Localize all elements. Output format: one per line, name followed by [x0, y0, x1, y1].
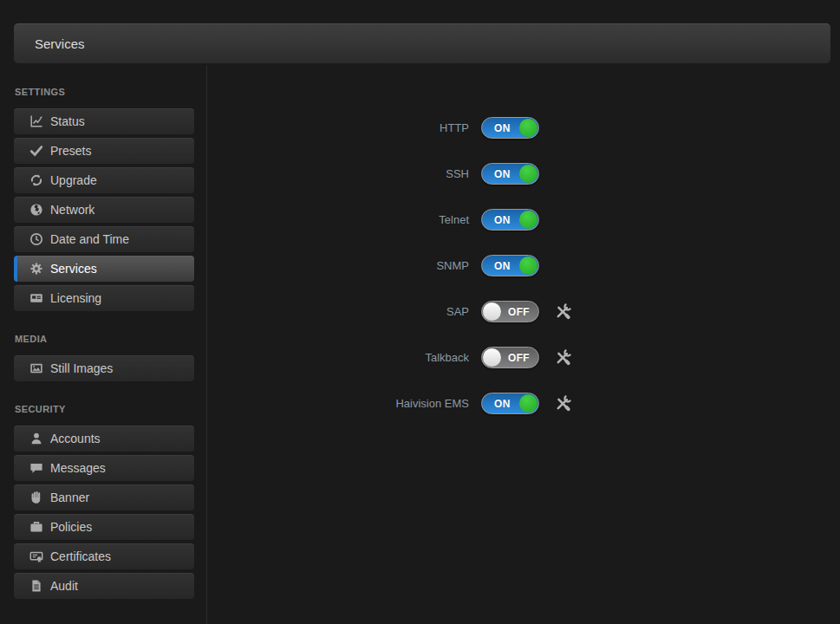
sync-icon [29, 173, 43, 187]
service-row-http: HTTP ON [207, 105, 840, 151]
toggle-state-label: ON [494, 122, 511, 134]
sidebar-item-upgrade[interactable]: Upgrade [14, 167, 194, 193]
service-label: Haivision EMS [207, 397, 469, 410]
sidebar-item-label: Certificates [50, 549, 111, 563]
toggle-ssh[interactable]: ON [481, 163, 539, 185]
sidebar-item-label: Presets [50, 144, 91, 158]
sidebar-section-items: Still Images [14, 355, 194, 381]
sidebar-section-label: SECURITY [15, 404, 194, 415]
toggle-knob-icon [519, 257, 537, 275]
service-row-snmp: SNMP ON [207, 243, 840, 289]
service-label: HTTP [207, 121, 469, 134]
service-label: SNMP [207, 259, 469, 272]
sidebar-item-policies[interactable]: Policies [14, 514, 194, 540]
sidebar-item-label: Licensing [50, 291, 101, 305]
sidebar-item-label: Audit [50, 579, 78, 593]
toggle-snmp[interactable]: ON [481, 255, 539, 276]
sidebar-item-banner[interactable]: Banner [14, 484, 194, 510]
services-panel: HTTP ON SSH ON Telnet ON SNMP ON SAP [207, 65, 840, 624]
sidebar-item-label: Date and Time [50, 232, 129, 246]
sidebar-item-certificates[interactable]: Certificates [14, 543, 194, 569]
service-label: Talkback [207, 351, 469, 364]
toggle-knob-icon [483, 348, 501, 367]
page-title-bar: Services [14, 23, 830, 63]
toggle-haivision-ems[interactable]: ON [481, 393, 539, 414]
person-icon [29, 432, 43, 445]
sidebar-item-label: Network [50, 203, 94, 217]
clock-icon [29, 232, 43, 246]
tools-icon[interactable] [554, 394, 572, 413]
sidebar-item-status[interactable]: Status [14, 108, 194, 134]
page-title: Services [35, 36, 85, 51]
sidebar-item-label: Services [50, 262, 97, 276]
toggle-state-label: OFF [508, 306, 530, 318]
document-icon [29, 579, 43, 593]
toggle-knob-icon [519, 211, 537, 229]
toggle-state-label: ON [494, 260, 511, 272]
sidebar-section-items: Accounts Messages Banner Policies Certif… [14, 426, 194, 599]
toggle-telnet[interactable]: ON [481, 209, 539, 231]
check-icon [29, 144, 43, 158]
sidebar-item-label: Banner [50, 491, 89, 504]
image-icon [29, 361, 43, 375]
sidebar-item-audit[interactable]: Audit [14, 573, 194, 599]
sidebar-item-label: Messages [50, 461, 106, 475]
sidebar-item-label: Upgrade [50, 173, 97, 187]
toggle-knob-icon [519, 165, 537, 183]
sidebar: SETTINGS Status Presets Upgrade Network … [0, 65, 207, 624]
sidebar-section-label: MEDIA [15, 334, 194, 345]
toggle-knob-icon [519, 119, 537, 137]
certificate-icon [29, 549, 43, 563]
chart-icon [29, 114, 43, 128]
toggle-http[interactable]: ON [481, 117, 539, 139]
toggle-knob-icon [519, 394, 537, 413]
sidebar-section-settings: SETTINGS Status Presets Upgrade Network … [14, 87, 194, 311]
sidebar-item-label: Still Images [50, 361, 113, 375]
sidebar-item-label: Policies [50, 520, 92, 534]
license-card-icon [29, 291, 43, 305]
tools-icon[interactable] [554, 302, 572, 321]
service-row-telnet: Telnet ON [207, 197, 840, 243]
sidebar-section-items: Status Presets Upgrade Network Date and … [14, 108, 194, 311]
globe-icon [29, 203, 43, 217]
sidebar-item-label: Accounts [50, 432, 101, 445]
service-row-sap: SAP OFF [207, 289, 840, 335]
toggle-state-label: ON [494, 168, 511, 180]
sidebar-item-licensing[interactable]: Licensing [14, 285, 194, 311]
hand-icon [29, 491, 43, 504]
service-label: SAP [207, 305, 469, 318]
toggle-state-label: ON [494, 214, 511, 226]
toggle-state-label: OFF [508, 352, 530, 364]
sidebar-section-label: SETTINGS [15, 87, 194, 98]
toggle-knob-icon [483, 302, 501, 321]
toggle-talkback[interactable]: OFF [481, 347, 539, 368]
sidebar-item-network[interactable]: Network [14, 197, 194, 223]
sidebar-item-presets[interactable]: Presets [14, 138, 194, 164]
tools-icon[interactable] [554, 348, 572, 367]
toggle-sap[interactable]: OFF [481, 301, 539, 322]
service-row-talkback: Talkback OFF [207, 335, 840, 380]
sidebar-item-accounts[interactable]: Accounts [14, 426, 194, 452]
sidebar-item-label: Status [50, 114, 85, 128]
service-row-ssh: SSH ON [207, 151, 840, 197]
briefcase-icon [29, 520, 43, 534]
sidebar-item-date-and-time[interactable]: Date and Time [14, 226, 194, 252]
main-layout: SETTINGS Status Presets Upgrade Network … [0, 65, 840, 624]
sidebar-item-services[interactable]: Services [14, 256, 194, 282]
gear-icon [29, 262, 43, 276]
toggle-state-label: ON [494, 398, 511, 410]
service-label: Telnet [207, 213, 469, 226]
sidebar-section-security: SECURITY Accounts Messages Banner Polici… [14, 404, 194, 599]
sidebar-section-media: MEDIA Still Images [14, 334, 194, 381]
service-label: SSH [207, 167, 469, 180]
sidebar-item-messages[interactable]: Messages [14, 455, 194, 481]
sidebar-item-still-images[interactable]: Still Images [14, 355, 194, 381]
service-row-haivision-ems: Haivision EMS ON [207, 380, 840, 426]
message-icon [29, 461, 43, 475]
